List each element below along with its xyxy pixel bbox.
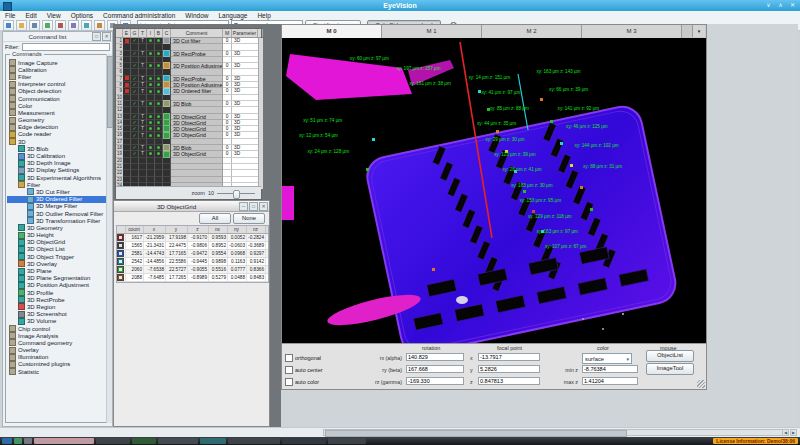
tree-item[interactable]: Object detection	[7, 88, 106, 95]
viewport-tab[interactable]: M 1	[382, 25, 482, 38]
tree-item[interactable]: Image Analysis	[7, 332, 106, 339]
close-panel-icon[interactable]: ✕	[102, 32, 111, 41]
objectgrid-row[interactable]: 1617 -21.2959 17.9198 -0.9170 0.9593 0.0…	[117, 234, 268, 242]
tree-item[interactable]: Overlay	[7, 347, 106, 354]
tree-item[interactable]: Filter	[7, 181, 106, 188]
objectgrid-row[interactable]: 2542 -14.4856 22.5586 -0.9445 0.9898 0.1…	[117, 258, 268, 266]
max-z-input[interactable]	[582, 377, 638, 385]
tree-item[interactable]: 3D Height	[7, 232, 106, 239]
color-mode-combo[interactable]: surface▾	[582, 353, 632, 364]
tree-item[interactable]: Command geometry	[7, 339, 106, 346]
tree-item[interactable]: 3D Experimental Algorithms	[7, 174, 106, 181]
viewport-tab[interactable]: M 3	[582, 25, 682, 38]
resize-grip[interactable]	[697, 380, 705, 388]
tree-item[interactable]: Filter	[7, 73, 106, 80]
taskbar-item[interactable]	[14, 438, 22, 444]
tree-item[interactable]: Edge detection	[7, 124, 106, 131]
viewport-tab[interactable]: M 0	[282, 25, 382, 38]
minimize-icon[interactable]: ─	[239, 202, 248, 211]
tree-item[interactable]: 3D Overlay	[7, 260, 106, 267]
tree-item[interactable]: Color	[7, 102, 106, 109]
toolbar-icon[interactable]	[94, 20, 105, 31]
taskbar-item[interactable]	[228, 438, 280, 444]
tree-item[interactable]: 3D Depth Image	[7, 160, 106, 167]
tree-item[interactable]: 3D Outlier Removal Filter	[7, 210, 106, 217]
horizontal-scrollbar[interactable]	[323, 429, 785, 436]
orthogonal-checkbox[interactable]	[285, 354, 293, 362]
tree-item[interactable]: Geometry	[7, 117, 106, 124]
tree-item[interactable]: 3D Screenshot	[7, 311, 106, 318]
auto-center-checkbox[interactable]	[285, 366, 293, 374]
taskbar-item[interactable]	[96, 438, 130, 444]
tree-item[interactable]: Interpreter control	[7, 81, 106, 88]
object-color-checkbox[interactable]	[117, 274, 124, 281]
object-color-checkbox[interactable]	[117, 258, 124, 265]
taskbar-item[interactable]	[2, 438, 12, 444]
min-z-input[interactable]	[582, 365, 638, 373]
toolbar-icon[interactable]	[55, 20, 66, 31]
object-list-button[interactable]: ObjectList	[646, 350, 694, 362]
tree-item[interactable]: 3D Cut Filter	[7, 188, 106, 195]
tree-item[interactable]: 3D Transformation Filter	[7, 217, 106, 224]
auto-color-checkbox[interactable]	[285, 378, 293, 386]
objectgrid-row[interactable]: 2581 -14.4743 17.7165 -0.9472 0.9554 0.0…	[117, 250, 268, 258]
tree-item[interactable]: Measurement	[7, 109, 106, 116]
toolbar-icon[interactable]	[81, 20, 92, 31]
rz-gamma-input[interactable]	[406, 377, 464, 385]
tree-item[interactable]: Communication	[7, 95, 106, 102]
float-panel-icon[interactable]: □	[92, 32, 101, 41]
select-none-button[interactable]: None	[233, 213, 265, 224]
object-color-checkbox[interactable]	[117, 266, 124, 273]
objectgrid-row[interactable]: 2060 -7.6538 22.5727 -0.9055 0.5516 0.07…	[117, 266, 268, 274]
tree-item[interactable]: 3D ObjectGrid	[7, 239, 106, 246]
tree-item[interactable]: Statistic	[7, 368, 106, 375]
tree-item[interactable]: Customized plugins	[7, 361, 106, 368]
toolbar-icon[interactable]	[42, 20, 53, 31]
tree-item[interactable]: 3D Plane	[7, 267, 106, 274]
maximize-icon[interactable]: □	[249, 202, 258, 211]
tree-item[interactable]: Illumination	[7, 354, 106, 361]
scroll-right-icon[interactable]: ▶	[790, 429, 797, 436]
minimize-icon[interactable]: ∨	[764, 1, 773, 10]
taskbar-item[interactable]	[132, 438, 156, 444]
tree-item[interactable]: 3D RectProbe	[7, 296, 106, 303]
object-color-checkbox[interactable]	[117, 242, 124, 249]
toolbar-icon[interactable]	[68, 20, 79, 31]
tree-item[interactable]: 3D Volume	[7, 318, 106, 325]
object-color-checkbox[interactable]	[117, 234, 124, 241]
zoom-slider[interactable]	[217, 190, 255, 197]
focal-y-input[interactable]	[478, 365, 540, 373]
3d-canvas[interactable]: xy: 60 µm z: 97 µmxy: 197 µm z: 257 µmxy…	[282, 38, 706, 346]
taskbar-item[interactable]	[328, 438, 366, 444]
filter-input[interactable]	[22, 43, 111, 51]
taskbar-item[interactable]	[200, 438, 226, 444]
tree-item[interactable]: 3D Display Settings	[7, 167, 106, 174]
tree-item[interactable]: 3D Merge Filter	[7, 203, 106, 210]
tree-item[interactable]: 3D Calibration	[7, 152, 106, 159]
focal-x-input[interactable]	[478, 353, 540, 361]
tree-item[interactable]: Chip control	[7, 325, 106, 332]
taskbar-item[interactable]	[158, 438, 198, 444]
scroll-left-icon[interactable]: ◀	[782, 429, 789, 436]
maximize-icon[interactable]: ∧	[776, 1, 785, 10]
tree-item[interactable]: 3D	[7, 138, 106, 145]
tree-item[interactable]: 3D Ordered Filter	[7, 196, 106, 203]
objectgrid-row[interactable]: 1565 -21.3431 22.4475 -0.9806 0.8952 -0.…	[117, 242, 268, 250]
tree-item[interactable]: 3D Object List	[7, 246, 106, 253]
command-tree-scrollbar[interactable]	[106, 54, 112, 423]
objectgrid-titlebar[interactable]: 3D ObjectGrid ─ □ ✕	[114, 201, 269, 212]
tree-item[interactable]: 3D Blob	[7, 145, 106, 152]
toolbar-icon[interactable]	[3, 20, 14, 31]
tree-item[interactable]: 3D Geometry	[7, 224, 106, 231]
taskbar-item[interactable]	[282, 438, 326, 444]
ry-beta-input[interactable]	[406, 365, 464, 373]
select-all-button[interactable]: All	[199, 213, 231, 224]
tree-item[interactable]: Code reader	[7, 131, 106, 138]
tree-item[interactable]: 3D Position Adjustment	[7, 282, 106, 289]
taskbar-item[interactable]	[24, 438, 32, 444]
tree-item[interactable]: 3D Profile	[7, 289, 106, 296]
object-color-checkbox[interactable]	[117, 250, 124, 257]
tree-item[interactable]: Image Capture	[7, 59, 106, 66]
tree-item[interactable]: 3D Plane Segmentation	[7, 275, 106, 282]
close-icon[interactable]: ✕	[259, 202, 268, 211]
